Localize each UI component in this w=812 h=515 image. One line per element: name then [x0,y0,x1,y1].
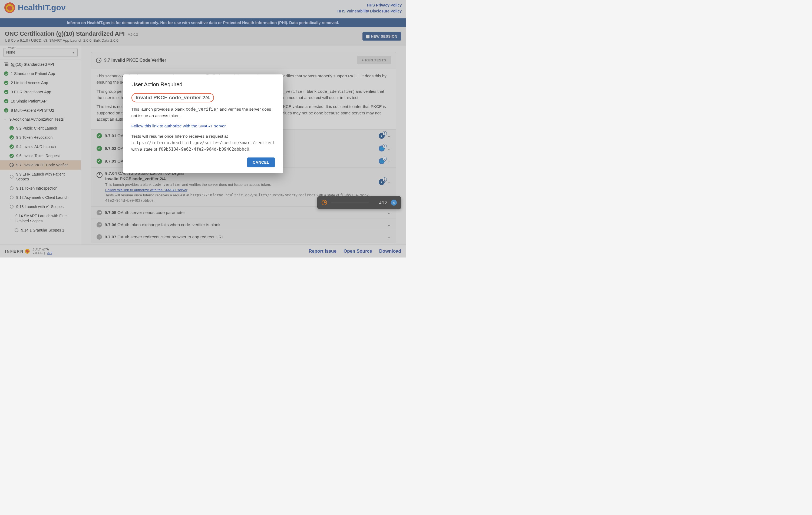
nav-item-10[interactable]: 10 Single Patient API [0,96,81,106]
pending-icon [96,222,102,227]
check-icon [96,159,102,164]
clock-icon [96,58,102,63]
top-bar: HealthIT.gov HHS Privacy Policy HHS Vuln… [0,0,406,19]
authorize-link[interactable]: Follow this link to authorize with the S… [105,188,187,192]
preset-label: Preset [6,46,17,50]
request-badge[interactable]: 🌐1 [379,145,385,151]
progress-count: 4/12 [379,200,387,205]
nav-9-3[interactable]: 9.3 Token Revocation [0,133,81,142]
close-toast-button[interactable]: ✕ [391,200,397,206]
chevron-down-icon: ▼ [72,51,75,54]
built-with-label: BUILT WITH [32,248,49,251]
circle-icon [10,196,13,199]
footer-version: V.0.4.42 [32,251,43,255]
page-title: ONC Certification (g)(10) Standardized A… [5,30,138,37]
check-icon [96,133,102,139]
chevron-down-icon: ⌄ [4,118,6,121]
nav-item-8[interactable]: 8 Multi-Patient API STU2 [0,106,81,115]
site-name: HealthIT.gov [18,3,66,12]
check-icon [96,146,102,151]
sidebar: Preset None ▼ (g)(10) Standardized API 1… [0,46,81,245]
report-issue-link[interactable]: Report Issue [309,249,337,254]
modal-authorize-link[interactable]: Follow this link to authorize with the S… [132,124,226,128]
test-panel-header: 9.7 Invalid PKCE Code Verifier RUN TESTS [91,52,396,68]
chevron-down-icon: ⌄ [387,235,390,239]
modal-step-title: Invalid PKCE code_verifier 2/4 [132,93,214,102]
chevron-down-icon: ⌄ [387,159,390,163]
chevron-down-icon: ⌄ [387,210,390,215]
play-icon [362,59,364,62]
check-icon [9,154,14,158]
open-source-link[interactable]: Open Source [344,249,372,254]
nav-group-9[interactable]: ⌄9 Additional Authorization Tests [0,115,81,124]
info-badge[interactable]: i1 [379,133,385,139]
nav-9-4[interactable]: 9.4 Invalid AUD Launch [0,142,81,151]
nav-9-14-1[interactable]: 9.14.1 Granular Scopes 1 [0,226,81,235]
api-link[interactable]: API [47,251,52,255]
check-icon [4,108,8,113]
progress-bar [331,202,369,203]
preset-select[interactable]: Preset None ▼ [3,48,78,57]
nav-item-2[interactable]: 2 Limited Access App [0,78,81,87]
check-icon [4,81,8,85]
check-icon [9,126,14,131]
pending-icon [96,234,102,240]
cancel-button[interactable]: CANCEL [247,158,274,167]
clock-icon [96,172,103,178]
nav-item-3[interactable]: 3 EHR Practitioner App [0,87,81,96]
list-icon [4,62,9,67]
run-tests-button[interactable]: RUN TESTS [357,56,391,64]
nav-9-13[interactable]: 9.13 Launch with v1 Scopes [0,202,81,211]
page-version: V.6.0.2 [128,33,138,36]
nav-root[interactable]: (g)(10) Standardized API [0,59,81,69]
chevron-down-icon: ⌄ [387,146,390,151]
nav-9-9[interactable]: 9.9 EHR Launch with Patient Scopes [0,170,81,184]
inferno-logo: INFERN [5,249,30,254]
test-row-9-7-07[interactable]: 9.7.07 OAuth server redirects client bro… [91,231,396,243]
check-icon [9,144,14,149]
circle-icon [10,187,13,190]
test-row-9-7-06[interactable]: 9.7.06 OAuth token exchange fails when c… [91,219,396,231]
nav-9-14[interactable]: ⌄9.14 SMART Launch with Fine-Grained Sco… [0,211,81,225]
chevron-down-icon: ⌄ [387,180,390,184]
clock-icon [9,163,14,167]
test-head-title: Invalid PKCE Code Verifier [111,58,166,62]
modal-title: User Action Required [132,81,275,88]
pending-icon [96,210,102,215]
header-links: HHS Privacy Policy HHS Vulnerability Dis… [337,2,402,15]
circle-icon [10,205,13,208]
request-badge[interactable]: 🌐2 [379,158,385,164]
vuln-link[interactable]: HHS Vulnerability Disclosure Policy [337,8,402,14]
test-head-num: 9.7 [104,58,110,62]
info-badge[interactable]: i1 [379,179,385,185]
nav-item-1[interactable]: 1 Standalone Patient App [0,69,81,78]
chevron-down-icon: ⌄ [9,217,11,220]
nav-9-6[interactable]: 9.6 Invalid Token Request [0,151,81,161]
step-subtitle: Invalid PKCE code_verifier 2/4 [105,176,379,181]
clock-icon [322,200,327,205]
nav-9-11[interactable]: 9.11 Token Introspection [0,184,81,193]
user-action-modal: User Action Required Invalid PKCE code_v… [123,75,283,173]
nav-9-12[interactable]: 9.12 Asymmetric Client Launch [0,193,81,202]
footer: INFERN BUILT WITH V.0.4.42 | API Report … [0,245,406,258]
chevron-down-icon: ⌄ [387,134,390,138]
check-icon [4,99,8,103]
flame-icon [4,2,15,13]
new-session-button[interactable]: NEW SESSION [362,32,401,40]
download-link[interactable]: Download [379,249,401,254]
flame-icon [25,249,30,254]
check-icon [4,71,8,76]
demo-banner: Inferno on HealthIT.gov is for demonstra… [0,19,406,27]
chevron-down-icon: ⌄ [387,223,390,227]
site-logo[interactable]: HealthIT.gov [4,2,66,13]
circle-icon [14,228,19,232]
check-icon [9,135,14,140]
check-icon [4,90,8,94]
nav-9-7[interactable]: 9.7 Invalid PKCE Code Verifier [0,161,81,170]
privacy-link[interactable]: HHS Privacy Policy [337,2,402,8]
nav-9-2[interactable]: 9.2 Public Client Launch [0,124,81,133]
page-header: ONC Certification (g)(10) Standardized A… [0,27,406,46]
page-subtitle: US Core 6.1.0 / USCDI v3, SMART App Laun… [5,38,138,42]
progress-toast: 4/12 ✕ [317,196,401,209]
circle-icon [10,175,13,178]
